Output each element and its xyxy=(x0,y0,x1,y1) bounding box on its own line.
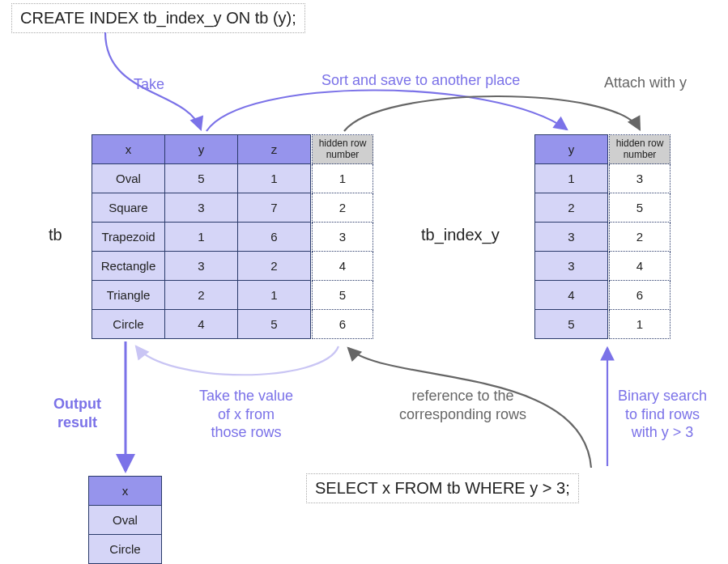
cell: 2 xyxy=(238,252,311,281)
sql-select: SELECT x FROM tb WHERE y > 3; xyxy=(306,473,579,503)
table-row: 6 xyxy=(610,281,671,310)
cell: 1 xyxy=(238,281,311,310)
text: corresponding rows xyxy=(399,406,526,422)
table-row: 4 xyxy=(313,252,373,281)
cell: 6 xyxy=(610,281,671,310)
col-y: y xyxy=(165,135,238,164)
text: of x from xyxy=(218,406,275,422)
cell: 5 xyxy=(610,193,671,223)
cell: 1 xyxy=(313,164,373,193)
table-header-row: y xyxy=(535,135,608,164)
table-header-row: x y z xyxy=(92,135,311,164)
table-header-row: hidden rownumber xyxy=(610,135,671,164)
cell: 4 xyxy=(313,252,373,281)
tb-hidden-col: hidden rownumber 1 2 3 4 5 6 xyxy=(312,134,373,339)
cell: Rectangle xyxy=(92,252,165,281)
cell: 3 xyxy=(165,252,238,281)
cell: Oval xyxy=(89,506,162,535)
table-row: 5 xyxy=(313,281,373,310)
label-take-x: Take the value of x from those rows xyxy=(199,387,293,442)
table-row: Circle xyxy=(89,535,162,564)
col-hidden: hidden rownumber xyxy=(610,135,671,164)
table-row: 4 xyxy=(610,252,671,281)
arrow-attach xyxy=(344,96,640,131)
cell: 3 xyxy=(165,193,238,223)
table-row: Circle45 xyxy=(92,310,311,339)
arrow-take-x xyxy=(136,346,338,375)
cell: 6 xyxy=(238,223,311,252)
col-z: z xyxy=(238,135,311,164)
text: reference to the xyxy=(411,388,513,404)
cell: 4 xyxy=(165,310,238,339)
cell: 2 xyxy=(610,223,671,252)
cell: Trapezoid xyxy=(92,223,165,252)
col-hidden: hidden rownumber xyxy=(313,135,373,164)
cell: 3 xyxy=(313,223,373,252)
col-y: y xyxy=(535,135,608,164)
tb-table: x y z Oval51 Square37 Trapezoid16 Rectan… xyxy=(92,134,311,339)
cell: 3 xyxy=(610,164,671,193)
cell: Circle xyxy=(92,310,165,339)
cell: 1 xyxy=(165,223,238,252)
arrow-sort-save xyxy=(206,90,567,131)
cell: 5 xyxy=(313,281,373,310)
table-row: 4 xyxy=(535,281,608,310)
label-reference: reference to the corresponding rows xyxy=(399,387,526,423)
index-table: y 1 2 3 3 4 5 xyxy=(534,134,608,339)
table-row: Triangle21 xyxy=(92,281,311,310)
text: Binary search xyxy=(618,388,707,404)
cell: Triangle xyxy=(92,281,165,310)
table-row: 6 xyxy=(313,310,373,339)
table-header-row: x xyxy=(89,477,162,506)
cell: 3 xyxy=(535,252,608,281)
result-table: x Oval Circle xyxy=(88,476,162,564)
cell: 2 xyxy=(535,193,608,223)
table-row: Trapezoid16 xyxy=(92,223,311,252)
table-row: 3 xyxy=(535,223,608,252)
cell: 1 xyxy=(535,164,608,193)
label-binary: Binary search to find rows with y > 3 xyxy=(618,387,707,442)
text: Output xyxy=(53,396,101,412)
table-row: 2 xyxy=(535,193,608,223)
label-tb: tb xyxy=(49,225,62,245)
table-row: Square37 xyxy=(92,193,311,223)
index-hidden-col: hidden rownumber 3 5 2 4 6 1 xyxy=(609,134,671,339)
table-row: 5 xyxy=(610,193,671,223)
text: to find rows xyxy=(625,406,700,422)
table-row: 3 xyxy=(535,252,608,281)
table-row: 3 xyxy=(313,223,373,252)
table-row: 3 xyxy=(610,164,671,193)
col-x: x xyxy=(92,135,165,164)
label-output-result: Output result xyxy=(53,395,101,431)
table-row: Rectangle32 xyxy=(92,252,311,281)
cell: 5 xyxy=(535,310,608,339)
label-attach: Attach with y xyxy=(604,74,687,92)
text: those rows xyxy=(211,424,282,440)
table-row: Oval xyxy=(89,506,162,535)
cell: Oval xyxy=(92,164,165,193)
table-row: Oval51 xyxy=(92,164,311,193)
cell: Circle xyxy=(89,535,162,564)
text: Take the value xyxy=(199,388,293,404)
cell: 4 xyxy=(610,252,671,281)
cell: 3 xyxy=(535,223,608,252)
label-take: Take xyxy=(134,75,164,94)
cell: 5 xyxy=(238,310,311,339)
table-row: 1 xyxy=(535,164,608,193)
table-row: 2 xyxy=(313,193,373,223)
label-sort-save: Sort and save to another place xyxy=(321,71,520,90)
cell: 1 xyxy=(610,310,671,339)
cell: Square xyxy=(92,193,165,223)
col-x: x xyxy=(89,477,162,506)
cell: 6 xyxy=(313,310,373,339)
sql-create-index: CREATE INDEX tb_index_y ON tb (y); xyxy=(11,3,305,33)
label-tb-index-y: tb_index_y xyxy=(421,225,500,245)
cell: 7 xyxy=(238,193,311,223)
cell: 1 xyxy=(238,164,311,193)
table-row: 1 xyxy=(610,310,671,339)
cell: 2 xyxy=(165,281,238,310)
table-row: 1 xyxy=(313,164,373,193)
table-row: 5 xyxy=(535,310,608,339)
cell: 4 xyxy=(535,281,608,310)
table-row: 2 xyxy=(610,223,671,252)
